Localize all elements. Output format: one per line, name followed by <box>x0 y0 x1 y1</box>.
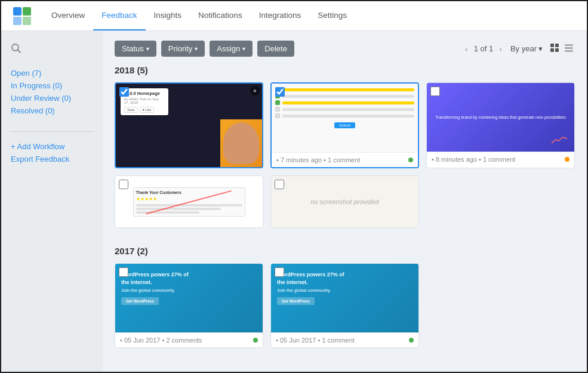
top-nav: Overview Feedback Insights Notifications… <box>1 1 587 31</box>
v10-like-btn: ♥ Like <box>140 107 155 113</box>
year-filter-chevron-icon: ▾ <box>538 44 543 53</box>
nav-insights[interactable]: Insights <box>146 1 190 30</box>
svg-rect-9 <box>555 48 559 52</box>
main-layout: Open (7) In Progress (0) Under Review (0… <box>1 31 587 373</box>
list-view-button[interactable] <box>563 42 575 56</box>
assign-button[interactable]: Assign ▾ <box>210 41 253 57</box>
check-icon-5 <box>275 113 280 118</box>
feedback-card-7: WordPress powers 27% of the internet. Jo… <box>270 263 419 348</box>
status-label: Status <box>122 44 144 53</box>
pagination-prev[interactable]: ‹ <box>463 43 470 55</box>
sidebar-item-resolved[interactable]: Resolved (0) <box>11 104 93 117</box>
card-7-time: • 05 Jun 2017 • 1 comment <box>276 337 405 344</box>
v10-face <box>223 122 259 164</box>
nav-settings[interactable]: Settings <box>309 1 355 30</box>
svg-rect-2 <box>13 17 21 25</box>
card-1-close-button[interactable]: × <box>250 86 260 95</box>
sidebar-item-in-progress[interactable]: In Progress (0) <box>11 79 93 92</box>
delete-label: Delete <box>264 44 287 53</box>
v10-image-bg <box>220 119 262 167</box>
assign-chevron-icon: ▾ <box>242 45 245 52</box>
svg-rect-11 <box>565 47 573 49</box>
sidebar-nav-filters: Open (7) In Progress (0) Under Review (0… <box>11 67 93 117</box>
card-3-status-dot <box>565 157 569 162</box>
priority-button[interactable]: Priority ▾ <box>161 41 205 57</box>
card-5-footer: • a day ago • 0 comments <box>271 227 418 228</box>
grid-view-button[interactable] <box>549 42 561 56</box>
status-button[interactable]: Status ▾ <box>115 41 156 57</box>
card-6-checkbox[interactable] <box>119 267 128 277</box>
nav-overview[interactable]: Overview <box>43 1 93 30</box>
card-2-status-dot <box>408 158 413 162</box>
v10-save-btn: Save <box>124 107 138 113</box>
feedback-card-4: Thank Your Customers ★★★★★ • 10 minutes … <box>115 175 263 228</box>
assign-label: Assign <box>217 44 240 53</box>
year-filter-button[interactable]: By year ▾ <box>510 44 543 53</box>
pagination-next[interactable]: › <box>497 43 504 55</box>
toolbar-left: Status ▾ Priority ▾ Assign ▾ Delete <box>115 41 294 57</box>
nav-notifications[interactable]: Notifications <box>190 1 251 30</box>
pagination-text: 1 of 1 <box>474 44 494 53</box>
svg-rect-1 <box>23 7 31 16</box>
wp-btn-2: Get WordPress <box>277 297 315 305</box>
svg-line-5 <box>18 50 21 53</box>
feedback-line-1 <box>136 204 242 206</box>
wordpress-mockup-2: WordPress powers 27% of the internet. Jo… <box>271 264 418 332</box>
feedback-line-2 <box>136 208 221 210</box>
card-5-checkbox[interactable] <box>275 180 284 189</box>
checklist-line-2 <box>282 95 414 98</box>
checklist-item-1 <box>275 87 414 92</box>
view-toggle <box>549 42 575 56</box>
nav-integrations[interactable]: Integrations <box>251 1 310 30</box>
grid-view-icon <box>550 43 559 53</box>
feedback-card-5: no screenshot provided • a day ago • 0 c… <box>270 175 419 228</box>
card-3-checkbox[interactable] <box>430 87 440 96</box>
nav-links: Overview Feedback Insights Notifications… <box>43 1 355 30</box>
wp-text-2: WordPress powers 27% of the internet. Jo… <box>277 271 352 305</box>
v10-card-sub: by Helen Tran on Sep 17, 2016 <box>124 97 165 104</box>
wp-sub-1: Join the global community. <box>121 288 196 294</box>
checklist-submit-btn: Submit <box>334 122 355 128</box>
checklist-line-3 <box>282 101 414 104</box>
card-5-thumbnail: no screenshot provided <box>271 176 418 227</box>
feedback-card-1: × V10.0 Homepage by Helen Tran on Sep 17… <box>115 82 263 168</box>
wp-btn-1: Get WordPress <box>121 297 159 305</box>
list-view-icon <box>564 43 574 53</box>
purple-chart <box>550 134 568 146</box>
card-3-thumbnail: Transforming brand by combining ideas th… <box>427 83 574 152</box>
nav-feedback[interactable]: Feedback <box>93 1 145 30</box>
search-icon[interactable] <box>11 43 93 56</box>
svg-rect-6 <box>550 44 554 47</box>
svg-rect-8 <box>550 48 554 52</box>
export-feedback-link[interactable]: Export Feedback <box>11 153 93 165</box>
card-6-footer: • 05 Jun 2017 • 2 comments <box>115 332 263 347</box>
card-4-thumbnail: Thank Your Customers ★★★★★ <box>115 176 263 227</box>
checklist-line-4 <box>282 108 414 111</box>
svg-rect-0 <box>13 7 21 16</box>
card-6-time: • 05 Jun 2017 • 2 comments <box>120 337 250 344</box>
card-3-footer: • 8 minutes ago • 1 comment <box>427 152 574 167</box>
check-icon-4 <box>275 107 280 112</box>
toolbar-right: ‹ 1 of 1 › By year ▾ <box>463 42 575 56</box>
priority-label: Priority <box>168 44 192 53</box>
card-6-status-dot <box>253 338 258 343</box>
checklist-item-5 <box>275 113 414 118</box>
card-2-footer: • 7 minutes ago • 1 comment <box>272 152 418 167</box>
card-2-thumbnail: Submit <box>272 84 418 152</box>
add-workflow-link[interactable]: + Add Workflow <box>11 140 93 153</box>
sidebar-item-open[interactable]: Open (7) <box>11 67 93 79</box>
sidebar-item-under-review[interactable]: Under Review (0) <box>11 92 93 104</box>
card-1-thumbnail: V10.0 Homepage by Helen Tran on Sep 17, … <box>116 84 262 167</box>
delete-button[interactable]: Delete <box>257 41 294 57</box>
wp-sub-2: Join the global community. <box>277 288 352 294</box>
card-1-checkbox[interactable] <box>119 87 129 97</box>
section-2017-heading: 2017 (2) <box>115 246 575 256</box>
checklist-line-1 <box>282 88 414 91</box>
card-1-footer: • 4 minutes ago • 0 comments <box>116 167 262 168</box>
card-4-checkbox[interactable] <box>119 180 128 189</box>
wordpress-mockup-1: WordPress powers 27% of the internet. Jo… <box>115 264 263 332</box>
card-2-checkbox[interactable] <box>275 87 285 97</box>
card-7-thumbnail: WordPress powers 27% of the internet. Jo… <box>271 264 418 332</box>
card-2-time: • 7 minutes ago • 1 comment <box>276 156 405 164</box>
card-7-checkbox[interactable] <box>275 267 284 277</box>
